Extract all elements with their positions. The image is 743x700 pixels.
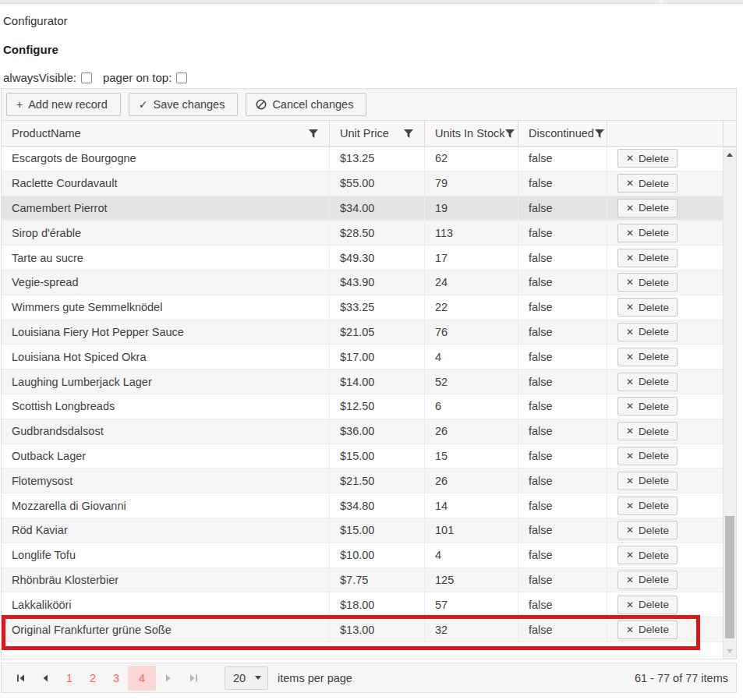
table-row[interactable]: Gudbrandsdalsost $36.00 26 false ✕ Delet… [2,419,723,444]
delete-button[interactable]: ✕ Delete [617,571,678,589]
command-cell: ✕ Delete [607,444,723,468]
delete-button[interactable]: ✕ Delete [617,224,678,242]
table-row[interactable]: Wimmers gute Semmelknödel $33.25 22 fals… [2,295,723,320]
filter-icon[interactable] [308,129,319,139]
scroll-down-arrow-icon[interactable] [724,645,736,657]
column-header-units-in-stock[interactable]: Units In Stock [424,121,518,146]
page-size-dropdown[interactable]: 20 [225,666,268,690]
x-icon: ✕ [626,228,634,239]
command-cell: ✕ Delete [607,196,723,221]
page-button-3[interactable]: 3 [104,666,128,691]
table-row[interactable]: Laughing Lumberjack Lager $14.00 52 fals… [2,369,723,394]
product-name-cell: Wimmers gute Semmelknödel [2,295,329,320]
delete-button[interactable]: ✕ Delete [617,620,678,639]
always-visible-checkbox[interactable] [81,72,92,83]
delete-button[interactable]: ✕ Delete [617,323,678,341]
delete-button[interactable]: ✕ Delete [617,273,678,292]
column-header-unit-price[interactable]: Unit Price [329,121,424,146]
page-button-4-current[interactable]: 4 [128,666,156,691]
table-row[interactable]: Original Frankfurter grüne Soße $13.00 3… [2,617,723,642]
delete-button[interactable]: ✕ Delete [617,422,678,440]
cancel-changes-button[interactable]: Cancel changes [246,93,366,116]
add-new-record-button[interactable]: + Add new record [6,93,121,116]
column-header-productname[interactable]: ProductName [2,121,329,146]
table-row[interactable]: Mozzarella di Giovanni $34.80 14 false ✕… [2,493,723,518]
x-icon: ✕ [626,377,634,387]
scroll-up-arrow-icon[interactable] [724,148,736,161]
page-button-2[interactable]: 2 [81,666,104,691]
delete-label: Delete [639,525,669,536]
previous-page-button[interactable] [33,666,58,691]
delete-button[interactable]: ✕ Delete [617,174,678,193]
units-in-stock-cell: 17 [424,246,518,270]
table-row[interactable]: Escargots de Bourgogne $13.25 62 false ✕… [2,147,723,171]
scrollbar-thumb[interactable] [725,516,734,638]
column-header-discontinued[interactable]: Discontinued [518,121,607,146]
grid-toolbar: + Add new record ✓ Save changes Cancel c… [2,89,736,121]
filter-icon[interactable] [403,129,414,139]
strip-divider [660,0,662,3]
table-row[interactable]: Flotemysost $21.50 26 false ✕ Delete [2,468,723,493]
table-row[interactable]: Lakkalikööri $18.00 57 false ✕ Delete [2,592,723,617]
delete-button[interactable]: ✕ Delete [617,521,678,539]
x-icon: ✕ [626,153,634,164]
command-cell: ✕ Delete [607,295,723,320]
pager-on-top-checkbox[interactable] [176,72,187,83]
delete-button[interactable]: ✕ Delete [617,596,678,614]
x-icon: ✕ [626,451,634,461]
product-name-cell: Mozzarella di Giovanni [2,493,329,518]
table-row[interactable]: Longlife Tofu $10.00 4 false ✕ Delete [2,543,723,568]
units-in-stock-cell: 19 [424,196,518,221]
units-in-stock-cell: 26 [424,419,518,444]
command-cell: ✕ Delete [607,543,723,567]
product-name-cell: Tarte au sucre [2,246,329,270]
items-per-page-label: items per page [278,672,352,684]
discontinued-cell: false [518,196,607,221]
delete-button[interactable]: ✕ Delete [617,348,678,366]
delete-button[interactable]: ✕ Delete [617,497,678,515]
table-row[interactable]: Raclette Courdavault $55.00 79 false ✕ D… [2,171,723,196]
save-changes-button[interactable]: ✓ Save changes [129,93,239,116]
filter-icon[interactable] [594,129,605,139]
unit-price-cell: $13.00 [329,617,424,642]
product-name-cell: Vegie-spread [2,270,329,295]
table-row[interactable]: Rhönbräu Klosterbier $7.75 125 false ✕ D… [2,568,723,593]
products-grid: + Add new record ✓ Save changes Cancel c… [1,88,737,659]
delete-button[interactable]: ✕ Delete [617,149,678,168]
command-cell: ✕ Delete [607,468,723,493]
units-in-stock-cell: 26 [424,468,518,493]
vertical-scrollbar[interactable] [723,147,736,659]
page-button-1[interactable]: 1 [58,666,81,691]
discontinued-cell: false [518,568,607,592]
delete-button[interactable]: ✕ Delete [617,373,678,391]
table-row[interactable]: Scottish Longbreads $12.50 6 false ✕ Del… [2,394,723,419]
filter-icon[interactable] [504,129,515,139]
table-row[interactable]: Vegie-spread $43.90 24 false ✕ Delete [2,270,723,295]
delete-button[interactable]: ✕ Delete [617,472,678,490]
table-row[interactable]: Louisiana Hot Spiced Okra $17.00 4 false… [2,345,723,369]
delete-button[interactable]: ✕ Delete [617,199,678,217]
unit-price-cell: $34.00 [329,196,424,221]
table-row[interactable]: Camembert Pierrot $34.00 19 false ✕ Dele… [2,196,723,221]
plus-icon: + [16,99,23,110]
delete-button[interactable]: ✕ Delete [617,397,678,415]
delete-button[interactable]: ✕ Delete [617,447,678,465]
table-row[interactable]: Röd Kaviar $15.00 101 false ✕ Delete [2,518,723,543]
table-row[interactable]: Outback Lager $15.00 15 false ✕ Delete [2,444,723,469]
delete-button[interactable]: ✕ Delete [617,298,678,316]
discontinued-cell: false [518,543,607,567]
units-in-stock-cell: 57 [424,592,518,617]
delete-button[interactable]: ✕ Delete [617,546,678,564]
delete-button[interactable]: ✕ Delete [617,249,678,267]
next-page-button[interactable] [156,666,181,691]
grid-header: ProductName Unit Price Units In Stock Di… [2,121,736,147]
table-row[interactable]: Tarte au sucre $49.30 17 false ✕ Delete [2,246,723,270]
last-page-button[interactable] [181,666,206,691]
units-in-stock-cell: 4 [424,345,518,369]
table-row[interactable]: Louisiana Fiery Hot Pepper Sauce $21.05 … [2,320,723,345]
command-cell: ✕ Delete [607,345,723,369]
first-page-button[interactable] [8,666,33,691]
product-name-cell: Röd Kaviar [2,518,329,543]
table-row[interactable]: Sirop d'érable $28.50 113 false ✕ Delete [2,221,723,246]
product-name-cell: Laughing Lumberjack Lager [2,369,329,394]
